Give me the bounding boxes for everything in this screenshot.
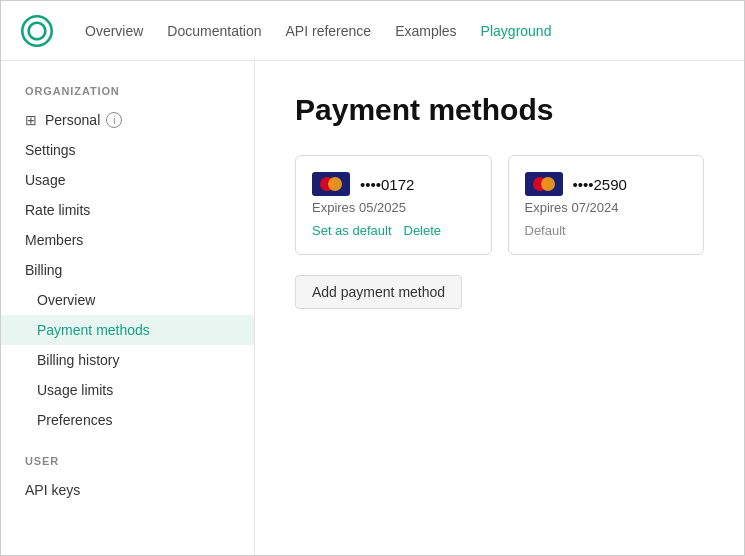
main-content: Payment methods ••••0172 Expires 05/2025… — [255, 61, 744, 556]
card-2-actions: Default — [525, 223, 688, 238]
sidebar-item-billing[interactable]: Billing — [1, 255, 254, 285]
card-2-expires: Expires 07/2024 — [525, 200, 688, 215]
billing-label: Billing — [25, 262, 62, 278]
card-1-top: ••••0172 — [312, 172, 475, 196]
card-2-number: ••••2590 — [573, 176, 627, 193]
user-section-label: USER — [1, 455, 254, 467]
personal-label: Personal — [45, 112, 100, 128]
mastercard-icon-1 — [312, 172, 350, 196]
top-nav: Overview Documentation API reference Exa… — [1, 1, 744, 61]
nav-api-reference[interactable]: API reference — [286, 23, 372, 39]
sidebar-item-preferences[interactable]: Preferences — [1, 405, 254, 435]
usage-limits-label: Usage limits — [37, 382, 113, 398]
set-as-default-link[interactable]: Set as default — [312, 223, 392, 238]
sidebar-item-payment-methods[interactable]: Payment methods — [1, 315, 254, 345]
nav-examples[interactable]: Examples — [395, 23, 456, 39]
api-keys-label: API keys — [25, 482, 80, 498]
payment-card-2: ••••2590 Expires 07/2024 Default — [508, 155, 705, 255]
sidebar-item-billing-history[interactable]: Billing history — [1, 345, 254, 375]
mastercard-icon-2 — [525, 172, 563, 196]
sidebar-item-api-keys[interactable]: API keys — [1, 475, 254, 505]
billing-overview-label: Overview — [37, 292, 95, 308]
info-icon[interactable]: i — [106, 112, 122, 128]
card-1-number: ••••0172 — [360, 176, 414, 193]
sidebar-item-usage[interactable]: Usage — [1, 165, 254, 195]
members-label: Members — [25, 232, 83, 248]
card-1-actions: Set as default Delete — [312, 223, 475, 238]
building-icon: ⊞ — [25, 112, 37, 128]
payment-card-1: ••••0172 Expires 05/2025 Set as default … — [295, 155, 492, 255]
nav-documentation[interactable]: Documentation — [167, 23, 261, 39]
add-payment-button[interactable]: Add payment method — [295, 275, 462, 309]
page-title: Payment methods — [295, 93, 704, 127]
sidebar-item-settings[interactable]: Settings — [1, 135, 254, 165]
card-1-expires: Expires 05/2025 — [312, 200, 475, 215]
sidebar-item-personal[interactable]: ⊞ Personal i — [1, 105, 254, 135]
usage-label: Usage — [25, 172, 65, 188]
delete-link[interactable]: Delete — [404, 223, 442, 238]
nav-playground[interactable]: Playground — [481, 23, 552, 39]
sidebar-item-members[interactable]: Members — [1, 225, 254, 255]
logo — [21, 15, 53, 47]
preferences-label: Preferences — [37, 412, 112, 428]
billing-history-label: Billing history — [37, 352, 119, 368]
layout: ORGANIZATION ⊞ Personal i Settings Usage… — [1, 61, 744, 556]
rate-limits-label: Rate limits — [25, 202, 90, 218]
card-2-top: ••••2590 — [525, 172, 688, 196]
sidebar-item-billing-overview[interactable]: Overview — [1, 285, 254, 315]
org-section-label: ORGANIZATION — [1, 85, 254, 97]
sidebar-item-rate-limits[interactable]: Rate limits — [1, 195, 254, 225]
sidebar: ORGANIZATION ⊞ Personal i Settings Usage… — [1, 61, 255, 556]
cards-row: ••••0172 Expires 05/2025 Set as default … — [295, 155, 704, 255]
payment-methods-label: Payment methods — [37, 322, 150, 338]
settings-label: Settings — [25, 142, 76, 158]
nav-overview[interactable]: Overview — [85, 23, 143, 39]
sidebar-item-usage-limits[interactable]: Usage limits — [1, 375, 254, 405]
card-2-default-label: Default — [525, 223, 566, 238]
